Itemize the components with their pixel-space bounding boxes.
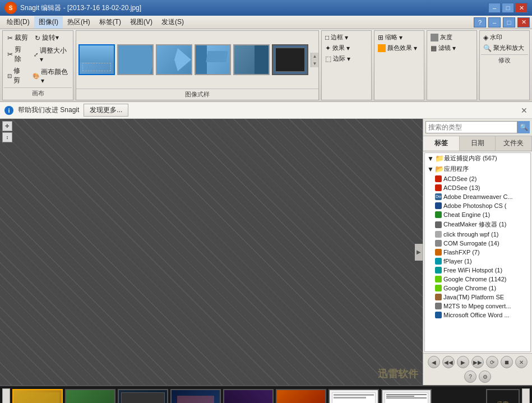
film-thumb-7[interactable]: jpg bbox=[329, 389, 379, 403]
app-icon-flashfxp bbox=[435, 249, 442, 256]
filmstrip: ◀ jpg jpg jpg jpg jpg jpg jpg bbox=[0, 385, 532, 403]
modify-label: 修改 bbox=[481, 54, 528, 66]
cut-button[interactable]: ✂ 剪除 bbox=[5, 44, 29, 64]
search-input[interactable] bbox=[425, 121, 517, 133]
tree-item-fplayer[interactable]: fPlayer (1) bbox=[425, 257, 530, 266]
gray-btn[interactable]: 灰度 bbox=[428, 32, 475, 43]
strip-up-arrow[interactable]: ▲ bbox=[313, 54, 317, 59]
film-thumb-6[interactable]: jpg bbox=[276, 389, 326, 403]
tree-item-comsurrogate[interactable]: COM Surrogate (14) bbox=[425, 239, 530, 248]
tree-item-flashfxp[interactable]: FlashFXP (7) bbox=[425, 248, 530, 257]
image-thumb-2[interactable] bbox=[117, 44, 154, 75]
filter-btn[interactable]: ▦ 滤镜 ▾ bbox=[428, 43, 475, 53]
image-thumb-6[interactable] bbox=[272, 44, 308, 75]
menu-draw[interactable]: 绘图(D) bbox=[2, 16, 34, 29]
maximize-button[interactable]: □ bbox=[502, 3, 514, 13]
tree-item-chrome2[interactable]: Google Chrome (1) bbox=[425, 284, 530, 293]
border2-btn[interactable]: ⬚ 边际 ▾ bbox=[323, 53, 370, 64]
filmstrip-next[interactable]: ▶ bbox=[522, 388, 530, 403]
ctrl-btn-6[interactable]: ⏹ bbox=[501, 356, 513, 368]
tree-label-word: Microsoft Office Word ... bbox=[443, 312, 510, 318]
filmstrip-prev[interactable]: ◀ bbox=[2, 388, 10, 403]
border-icon: □ bbox=[325, 34, 329, 41]
tree-item-cheatmaker[interactable]: CheatMaker 修改器 (1) bbox=[425, 219, 530, 230]
film-thumb-3[interactable]: jpg bbox=[118, 389, 168, 403]
tree-item-java[interactable]: Java(TM) Platform SE bbox=[425, 293, 530, 302]
resize-button[interactable]: ⤢ 调整大小▾ bbox=[31, 45, 71, 64]
menu-max-btn[interactable]: □ bbox=[503, 17, 515, 27]
border-btn[interactable]: □ 边框 ▾ bbox=[323, 32, 370, 43]
main-area: ✛ ↕ ▶ 迅雷软件 🔍 标签 日期 文件夹 ▼ 📁 最近捕捉内容 (567) bbox=[0, 119, 532, 385]
tree-item-m2ts[interactable]: M2TS to Mpeg convert... bbox=[425, 302, 530, 311]
magnify-btn[interactable]: 🔍 聚光和放大 bbox=[481, 43, 528, 53]
ctrl-btn-2[interactable]: ◀◀ bbox=[442, 356, 455, 368]
film-thumb-1[interactable]: jpg bbox=[12, 389, 63, 403]
menu-hotzone[interactable]: 热区(H) bbox=[63, 16, 95, 29]
app-icon-java bbox=[435, 294, 442, 300]
tree-item-acdsee2[interactable]: ACDSee (13) bbox=[425, 183, 530, 192]
strip-down-arrow[interactable]: ▼ bbox=[313, 61, 317, 66]
info-close-button[interactable]: ✕ bbox=[521, 106, 528, 115]
image-thumb-5[interactable] bbox=[233, 44, 270, 75]
tool-select[interactable]: ✛ bbox=[2, 121, 12, 131]
tab-date[interactable]: 日期 bbox=[460, 136, 496, 151]
tree-item-word[interactable]: Microsoft Office Word ... bbox=[425, 311, 530, 319]
crop-button[interactable]: ✂ 裁剪 bbox=[5, 33, 30, 43]
trim-icon: ⊡ bbox=[7, 73, 12, 79]
color-effect-icon bbox=[378, 44, 386, 52]
tree-item-chrome1[interactable]: Google Chrome (1142) bbox=[425, 275, 530, 284]
ctrl-btn-7[interactable]: ✕ bbox=[515, 356, 528, 368]
canvas-panel-arrow[interactable]: ▶ bbox=[415, 244, 423, 261]
ctrl-btn-8[interactable]: ? bbox=[464, 370, 477, 383]
menu-image[interactable]: 图像(I) bbox=[34, 16, 63, 29]
menu-view[interactable]: 视图(V) bbox=[126, 16, 157, 29]
ctrl-btn-5[interactable]: ⟳ bbox=[486, 356, 498, 368]
watermark-btn[interactable]: ◈ 水印 bbox=[481, 32, 528, 43]
trim-button[interactable]: ⊡ 修剪 bbox=[5, 66, 28, 86]
title-bar-left: S Snagit 编辑器 - [2013-7-16 18-02-20.jpg] bbox=[4, 2, 141, 14]
effect-btn[interactable]: ✦ 效果 ▾ bbox=[323, 43, 370, 53]
tab-label[interactable]: 标签 bbox=[423, 136, 460, 151]
minimize-button[interactable]: – bbox=[488, 3, 501, 13]
film-thumb-2[interactable]: jpg bbox=[65, 389, 115, 403]
image-thumb-3[interactable] bbox=[156, 44, 192, 75]
tree-item-recent[interactable]: ▼ 📁 最近捕捉内容 (567) bbox=[425, 153, 530, 164]
rotate-button[interactable]: ↻ 旋转▾ bbox=[33, 33, 61, 43]
menu-send[interactable]: 发送(S) bbox=[157, 16, 188, 29]
tab-folder[interactable]: 文件夹 bbox=[496, 136, 532, 151]
discover-more-button[interactable]: 发现更多... bbox=[84, 104, 128, 117]
crop-icon: ✂ bbox=[7, 34, 13, 42]
film-thumb-8[interactable] bbox=[381, 389, 432, 403]
canvas-area[interactable]: ✛ ↕ ▶ 迅雷软件 bbox=[0, 119, 423, 385]
tree-item-freewifi[interactable]: Free WiFi Hotspot (1) bbox=[425, 266, 530, 275]
menu-close-btn[interactable]: ✕ bbox=[517, 17, 530, 27]
tree-item-apps[interactable]: ▼ 📂 应用程序 bbox=[425, 164, 530, 174]
film-thumb-5[interactable]: jpg bbox=[223, 389, 274, 403]
close-button[interactable]: ✕ bbox=[515, 3, 528, 13]
tree-item-photoshop[interactable]: Adobe Photoshop CS ( bbox=[425, 201, 530, 210]
help-button[interactable]: ? bbox=[474, 17, 486, 27]
search-button[interactable]: 🔍 bbox=[517, 121, 530, 133]
ctrl-btn-4[interactable]: ▶▶ bbox=[471, 356, 484, 368]
info-text: 帮助我们改进 Snagit bbox=[18, 105, 79, 115]
canvas-color-button[interactable]: 🎨 画布颜色▾ bbox=[30, 67, 71, 85]
filter-icon: ▦ bbox=[431, 44, 437, 52]
tree-item-clickwpf[interactable]: click through wpf (1) bbox=[425, 230, 530, 239]
ctrl-btn-1[interactable]: ◀ bbox=[428, 356, 440, 368]
tool-move[interactable]: ↕ bbox=[2, 132, 12, 142]
film-thumb-4[interactable]: jpg bbox=[170, 389, 221, 403]
menu-tag[interactable]: 标签(T) bbox=[95, 16, 126, 29]
ctrl-btn-3[interactable]: ▶ bbox=[457, 356, 469, 368]
app-icon-chrome1 bbox=[435, 276, 442, 282]
color-effect-btn[interactable]: 颜色效果 ▾ bbox=[376, 43, 423, 53]
tree-item-cheatengine[interactable]: Cheat Engine (1) bbox=[425, 210, 530, 219]
image-thumb-1[interactable] bbox=[78, 44, 115, 75]
menu-min-btn[interactable]: – bbox=[488, 17, 501, 27]
ctrl-btn-9[interactable]: ⚙ bbox=[479, 370, 491, 383]
image-thumb-4[interactable] bbox=[195, 44, 231, 75]
right-panel-1: □ 边框 ▾ ✦ 效果 ▾ ⬚ 边际 ▾ bbox=[321, 30, 372, 100]
tree-item-acdsee1[interactable]: ACDSee (2) bbox=[425, 174, 530, 183]
tree-item-dreamweaver[interactable]: Dw Adobe Dreamweaver C... bbox=[425, 192, 530, 201]
gray-icon bbox=[431, 34, 438, 41]
shrink-btn[interactable]: ⊞ 缩略 ▾ bbox=[376, 32, 423, 43]
